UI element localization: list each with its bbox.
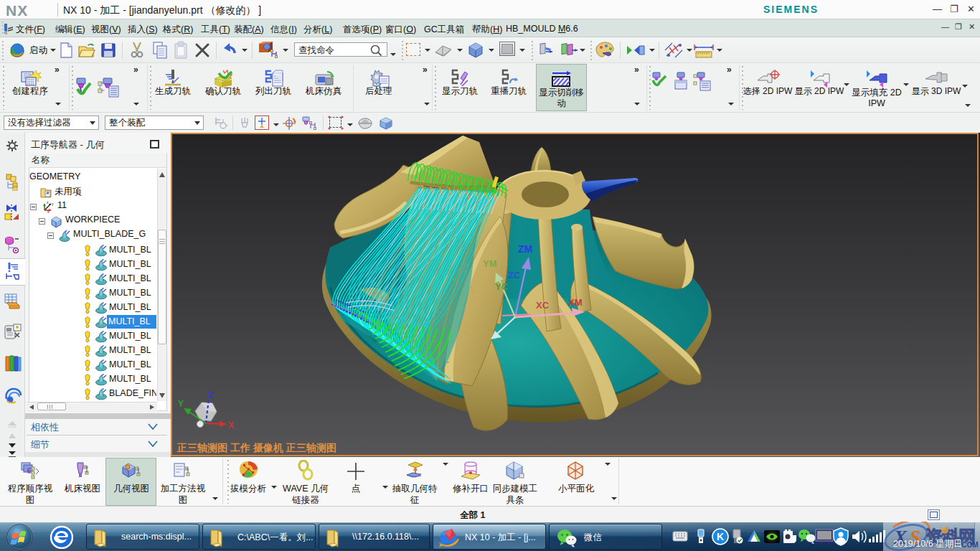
- svg-text:X: X: [228, 420, 234, 430]
- svg-text:ZC: ZC: [508, 270, 521, 281]
- svg-text:XC: XC: [536, 300, 550, 311]
- svg-text:正三轴测图 工作 摄像机 正三轴测图: 正三轴测图 工作 摄像机 正三轴测图: [176, 442, 336, 453]
- svg-text:z: z: [47, 201, 49, 204]
- svg-text:Z: Z: [208, 390, 213, 400]
- svg-text:K: K: [717, 531, 724, 542]
- svg-text:XM: XM: [568, 297, 583, 308]
- svg-text:YC: YC: [495, 281, 509, 292]
- svg-text:y: y: [52, 202, 54, 206]
- svg-text:YM: YM: [483, 258, 497, 269]
- svg-text:Y: Y: [178, 399, 184, 409]
- svg-text:ZM: ZM: [518, 243, 532, 255]
